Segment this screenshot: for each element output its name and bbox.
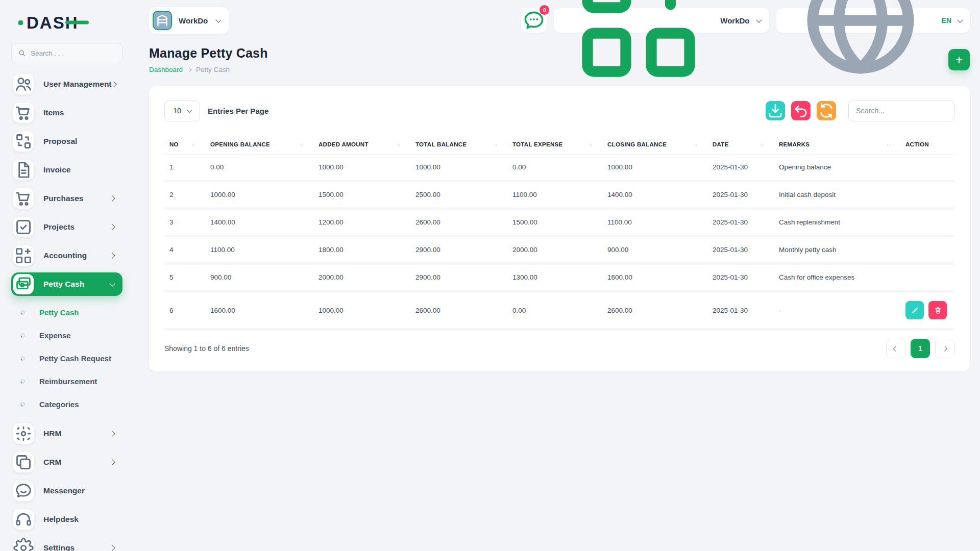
sidebar-item-settings[interactable]: Settings: [11, 536, 122, 551]
sidebar-item-projects[interactable]: Projects: [11, 215, 122, 239]
pagination-prev-button[interactable]: [886, 339, 905, 358]
bullet-icon: [20, 402, 26, 407]
undo-icon: [791, 101, 811, 120]
cart-icon: [13, 103, 34, 123]
cart-icon: [13, 188, 34, 209]
bullet-icon: [20, 333, 26, 338]
undo-button[interactable]: [791, 101, 811, 120]
refresh-button[interactable]: [817, 101, 836, 120]
column-header-date[interactable]: DATE↑↓: [707, 135, 774, 155]
globe-icon: [784, 0, 937, 97]
sidebar-item-petty-cash[interactable]: Petty Cash: [11, 272, 122, 296]
export-button[interactable]: [766, 101, 785, 120]
cell-date: 2025-01-30: [707, 155, 774, 182]
brand-logo[interactable]: DASH: [18, 9, 122, 36]
cell-total-balance: 1000.00: [410, 155, 507, 182]
sidebar-item-label: Messenger: [43, 486, 85, 495]
column-header-added-amount[interactable]: ADDED AMOUNT↑↓: [313, 135, 410, 155]
logo-dot-icon: [18, 20, 23, 25]
toolbar-left: 10 Entries Per Page: [164, 100, 268, 121]
column-header-opening-balance[interactable]: OPENING BALANCE↑↓: [205, 135, 313, 155]
copy-icon: [13, 452, 34, 472]
table-row: 31400.001200.002600.001500.001100.002025…: [164, 210, 954, 237]
cell-date: 2025-01-30: [707, 292, 774, 331]
breadcrumb-current: Petty Cash: [196, 66, 230, 73]
sidebar-subitem-petty-cash-request[interactable]: Petty Cash Request: [12, 347, 122, 370]
chevron-right-icon: [109, 253, 115, 258]
entries-per-page-label: Entries Per Page: [208, 107, 268, 115]
cell-no: 5: [164, 265, 205, 292]
cell-total-expense: 1100.00: [507, 182, 602, 210]
column-header-closing-balance[interactable]: CLOSING BALANCE↑↓: [602, 135, 707, 155]
messages-button[interactable]: 0: [521, 8, 547, 33]
column-header-no[interactable]: NO↑↓: [164, 135, 205, 155]
sidebar-item-hrm[interactable]: HRM: [11, 422, 122, 445]
download-icon: [766, 101, 785, 120]
column-header-remarks[interactable]: REMARKS↑↓: [774, 135, 900, 155]
chevron-down-icon: [109, 281, 115, 286]
table-row: 21000.001500.002500.001100.001400.002025…: [164, 182, 954, 210]
app-switcher-button[interactable]: WorkDo: [554, 8, 769, 33]
cell-closing-balance: 1100.00: [602, 210, 707, 237]
sidebar-item-label: Accounting: [43, 251, 87, 260]
delete-button[interactable]: [928, 301, 947, 319]
sort-icon: ↑↓: [760, 142, 769, 147]
breadcrumb: Dashboard Petty Cash: [149, 66, 268, 73]
cell-total-expense: 0.00: [507, 292, 602, 331]
sidebar-item-label: Purchases: [43, 194, 83, 203]
proposal-icon: [13, 131, 34, 152]
bullet-icon: [20, 356, 26, 361]
cell-opening-balance: 0.00: [205, 155, 313, 182]
add-petty-cash-button[interactable]: +: [948, 49, 970, 70]
sidebar-search: [11, 43, 122, 63]
table-body: 10.001000.001000.000.001000.002025-01-30…: [164, 155, 954, 331]
sidebar-item-invoice[interactable]: Invoice: [11, 158, 122, 182]
cell-no: 2: [164, 182, 205, 210]
sidebar-subitem-label: Expense: [39, 331, 71, 340]
cell-remarks: Initial cash deposit: [774, 182, 900, 210]
sidebar-item-purchases[interactable]: Purchases: [11, 187, 122, 210]
table-search-input[interactable]: [848, 100, 954, 121]
sidebar-item-items[interactable]: Items: [11, 101, 122, 124]
gear-icon: [13, 538, 34, 551]
toolbar-right: [766, 100, 954, 121]
sidebar-item-label: Invoice: [43, 165, 70, 174]
cell-added-amount: 1000.00: [313, 155, 410, 182]
chevron-right-icon: [187, 67, 191, 71]
sidebar-item-proposal[interactable]: Proposal: [11, 130, 122, 153]
trash-icon: [934, 306, 942, 315]
cell-opening-balance: 1000.00: [205, 182, 313, 210]
language-selector[interactable]: EN: [776, 8, 970, 33]
sidebar-subitem-petty-cash[interactable]: Petty Cash: [12, 301, 122, 324]
pagination-page-1[interactable]: 1: [911, 339, 930, 358]
column-header-action: ACTION: [900, 135, 954, 155]
chevron-right-icon: [109, 545, 115, 550]
cell-total-expense: 1500.00: [507, 210, 602, 237]
cell-no: 3: [164, 210, 205, 237]
sidebar-item-messenger[interactable]: Messenger: [11, 479, 122, 503]
sidebar-subitem-categories[interactable]: Categories: [12, 393, 122, 416]
sidebar-item-helpdesk[interactable]: Helpdesk: [11, 508, 122, 531]
breadcrumb-dashboard-link[interactable]: Dashboard: [149, 66, 183, 73]
chevron-right-icon: [942, 346, 948, 352]
column-header-total-balance[interactable]: TOTAL BALANCE↑↓: [410, 135, 507, 155]
table-row: 5900.002000.002900.001300.001600.002025-…: [164, 265, 954, 292]
sidebar: DASH User ManagementItemsProposalInvoice…: [0, 0, 134, 551]
entries-per-page-select[interactable]: 10: [164, 100, 200, 121]
sidebar-subitem-expense[interactable]: Expense: [12, 324, 122, 347]
sidebar-item-crm[interactable]: CRM: [11, 450, 122, 474]
workspace-switcher[interactable]: WorkDo: [149, 7, 229, 34]
showing-entries-text: Showing 1 to 6 of 6 entries: [164, 344, 249, 353]
edit-button[interactable]: [905, 301, 924, 319]
sidebar-search-input[interactable]: [31, 49, 116, 57]
sidebar-subitem-reimbursement[interactable]: Reimbursement: [12, 370, 122, 393]
sidebar-subitem-label: Reimbursement: [39, 377, 97, 386]
column-header-total-expense[interactable]: TOTAL EXPENSE↑↓: [507, 135, 602, 155]
sidebar-item-accounting[interactable]: Accounting: [11, 244, 122, 267]
chevron-right-icon: [109, 195, 115, 201]
sidebar-item-user-management[interactable]: User Management: [11, 72, 122, 96]
chevron-down-icon: [756, 17, 762, 22]
cell-total-balance: 2900.00: [410, 265, 507, 292]
pagination-next-button[interactable]: [935, 339, 954, 358]
sidebar-nav: User ManagementItemsProposalInvoicePurch…: [11, 72, 122, 551]
